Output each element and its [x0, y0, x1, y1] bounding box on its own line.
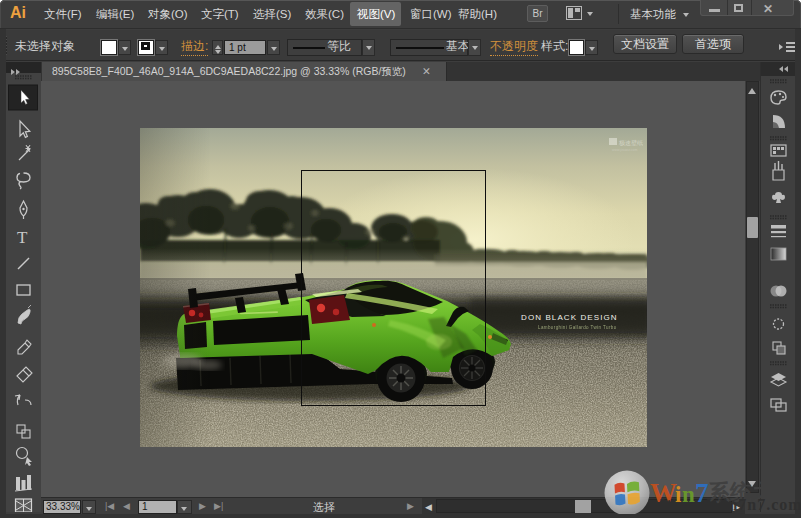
svg-text:Lamborghini Gallardo Twin Turb: Lamborghini Gallardo Twin Turbo: [538, 325, 617, 330]
svg-text:www.jisuwz.com: www.jisuwz.com: [612, 148, 638, 152]
svg-text:T: T: [17, 228, 28, 247]
svg-text:DON BLACK DESIGN: DON BLACK DESIGN: [521, 313, 618, 322]
svg-text:极速壁纸: 极速壁纸: [618, 139, 643, 147]
svg-text:Www.Win7n7.com: Www.Win7n7.com: [660, 496, 801, 513]
